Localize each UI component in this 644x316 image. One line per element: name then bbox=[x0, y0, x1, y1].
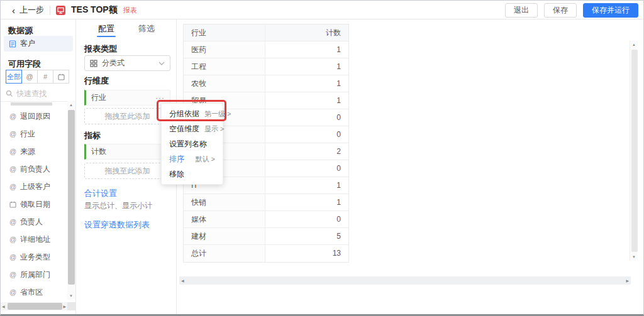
totals-settings-desc: 显示总计、显示小计 bbox=[84, 200, 152, 211]
preview-vertical-scrollbar[interactable]: ▲ ▼ bbox=[630, 41, 638, 261]
report-type-dropdown[interactable]: 分类式 bbox=[84, 55, 170, 71]
table-row[interactable]: 医药1 bbox=[184, 41, 348, 58]
field-label: 领取日期 bbox=[20, 199, 50, 210]
more-icon[interactable]: ··· bbox=[155, 94, 165, 102]
table-row[interactable]: 建材5 bbox=[184, 228, 348, 245]
divider bbox=[50, 6, 50, 15]
scroll-down-icon[interactable]: ▼ bbox=[632, 255, 636, 259]
datasource-title: 数据源 bbox=[8, 25, 33, 36]
field-item[interactable]: @省市区 bbox=[1, 283, 67, 300]
sidebar-vertical-scrollbar[interactable]: ▲ ▼ bbox=[67, 101, 75, 300]
datasource-name: 客户 bbox=[20, 38, 35, 49]
report-type-value: 分类式 bbox=[102, 58, 125, 68]
at-icon: @ bbox=[9, 112, 16, 120]
column-header[interactable]: 行业 bbox=[184, 25, 265, 41]
menu-item-set-column-name[interactable]: 设置列名称 bbox=[162, 136, 223, 151]
sidebar-horizontal-scrollbar[interactable]: ◀ ▶ bbox=[1, 302, 67, 310]
scroll-left-icon[interactable]: ◀ bbox=[2, 305, 5, 308]
drill-through-link[interactable]: 设置穿透数据列表 bbox=[84, 219, 150, 231]
totals-settings-link[interactable]: 合计设置 bbox=[84, 188, 117, 199]
field-list: @退回原因 @行业 @来源 @前负责人 @上级客户 领取日期 @负责人 @详细地… bbox=[1, 101, 67, 300]
table-total-row: 总计13 bbox=[184, 245, 348, 262]
row-label: 媒体 bbox=[184, 211, 265, 228]
field-item[interactable]: @负责人 bbox=[1, 213, 67, 231]
metric-item[interactable]: 计数 bbox=[84, 144, 170, 160]
topbar: ‹ 上一步 TES TOP额 报表 退出 保存 保存并运行 bbox=[1, 1, 643, 19]
dimension-context-menu: 分组依据 第一级 > 空值维度 显示 > 设置列名称 排序 默认 > 移除 bbox=[161, 103, 223, 185]
scrollbar-thumb[interactable] bbox=[68, 110, 75, 285]
scrollbar-corner bbox=[67, 302, 75, 310]
chevron-down-icon bbox=[158, 62, 165, 65]
metric-label: 指标 bbox=[84, 130, 101, 141]
tab-config[interactable]: 配置 bbox=[94, 23, 119, 35]
field-item[interactable]: @退回原因 bbox=[1, 107, 67, 125]
scroll-up-icon[interactable]: ▲ bbox=[69, 103, 73, 107]
save-and-run-button[interactable]: 保存并运行 bbox=[583, 3, 638, 18]
field-item[interactable]: @行业 bbox=[1, 125, 67, 143]
field-item[interactable]: @前负责人 bbox=[1, 160, 67, 178]
scroll-right-icon[interactable]: ▶ bbox=[626, 279, 629, 283]
filter-tab-text[interactable]: @ bbox=[21, 70, 38, 84]
total-value: 13 bbox=[265, 245, 348, 262]
field-item[interactable]: @所属部门 bbox=[1, 266, 67, 283]
menu-item-sort[interactable]: 排序 默认 > bbox=[162, 151, 223, 166]
datasource-item-customer[interactable]: 客户 bbox=[4, 36, 73, 52]
row-value: 1 bbox=[265, 58, 348, 75]
metric-name: 计数 bbox=[91, 146, 106, 157]
dropzone-hint: 拖拽至此添加 bbox=[105, 166, 150, 177]
at-icon: @ bbox=[9, 253, 16, 261]
row-value: 2 bbox=[265, 143, 348, 160]
menu-item-remove[interactable]: 移除 bbox=[162, 166, 223, 182]
scroll-up-icon[interactable]: ▲ bbox=[632, 43, 636, 46]
scrollbar-thumb[interactable] bbox=[631, 50, 638, 252]
row-dimension-dropzone[interactable]: 拖拽至此添加 bbox=[84, 108, 170, 124]
back-button[interactable]: ‹ 上一步 bbox=[12, 4, 44, 16]
exit-button[interactable]: 退出 bbox=[505, 3, 538, 18]
menu-item-label: 设置列名称 bbox=[169, 136, 207, 151]
filter-tab-date[interactable] bbox=[53, 70, 69, 84]
table-header-row: 行业 计数 bbox=[184, 25, 348, 41]
scroll-right-icon[interactable]: ▶ bbox=[63, 305, 66, 308]
field-item[interactable]: 领取日期 bbox=[1, 195, 67, 213]
tab-filter[interactable]: 筛选 bbox=[134, 23, 159, 35]
row-value: 0 bbox=[265, 160, 348, 177]
table-row[interactable]: 快销1 bbox=[184, 194, 348, 211]
filter-tab-all[interactable]: 全部 bbox=[6, 70, 22, 84]
field-item[interactable]: @详细地址 bbox=[1, 231, 67, 248]
field-item[interactable]: @来源 bbox=[1, 143, 67, 160]
save-button[interactable]: 保存 bbox=[544, 3, 577, 18]
field-label: 来源 bbox=[20, 146, 35, 157]
document-icon bbox=[9, 40, 16, 48]
scrollbar-thumb[interactable] bbox=[8, 303, 62, 310]
field-label: 行业 bbox=[20, 129, 35, 139]
filter-tab-number[interactable]: # bbox=[37, 70, 53, 84]
chevron-left-icon: ‹ bbox=[12, 6, 15, 15]
menu-item-value: 显示 > bbox=[204, 121, 224, 136]
search-input[interactable] bbox=[16, 89, 67, 98]
table-row[interactable]: 工程1 bbox=[184, 58, 348, 75]
metric-dropzone[interactable]: 拖拽至此添加 bbox=[84, 163, 170, 179]
total-label: 总计 bbox=[184, 245, 265, 262]
menu-item-group-by[interactable]: 分组依据 第一级 > bbox=[162, 106, 223, 121]
row-value: 1 bbox=[265, 75, 348, 92]
scroll-left-icon[interactable]: ◀ bbox=[181, 279, 184, 283]
field-label: 退回原因 bbox=[20, 111, 50, 122]
row-value: 0 bbox=[265, 126, 348, 143]
at-icon: @ bbox=[9, 218, 16, 226]
row-value: 1 bbox=[265, 194, 348, 211]
field-item[interactable]: @业务类型 bbox=[1, 248, 67, 266]
field-label: 上级客户 bbox=[20, 182, 50, 192]
menu-item-null-dimension[interactable]: 空值维度 显示 > bbox=[162, 121, 223, 136]
menu-item-label: 空值维度 bbox=[169, 121, 199, 136]
scroll-down-icon[interactable]: ▼ bbox=[69, 294, 73, 298]
field-filter-tabs: 全部 @ # bbox=[6, 70, 69, 84]
row-value: 1 bbox=[265, 41, 348, 58]
menu-item-value: 第一级 > bbox=[204, 106, 231, 121]
table-row[interactable]: 农牧1 bbox=[184, 75, 348, 92]
column-header[interactable]: 计数 bbox=[265, 25, 348, 41]
table-row[interactable]: 媒体0 bbox=[184, 211, 348, 228]
preview-horizontal-scrollbar[interactable]: ◀ ▶ bbox=[179, 276, 631, 285]
row-dimension-item[interactable]: 行业 ··· bbox=[84, 90, 170, 106]
field-item[interactable]: @上级客户 bbox=[1, 178, 67, 195]
field-search bbox=[6, 87, 71, 100]
